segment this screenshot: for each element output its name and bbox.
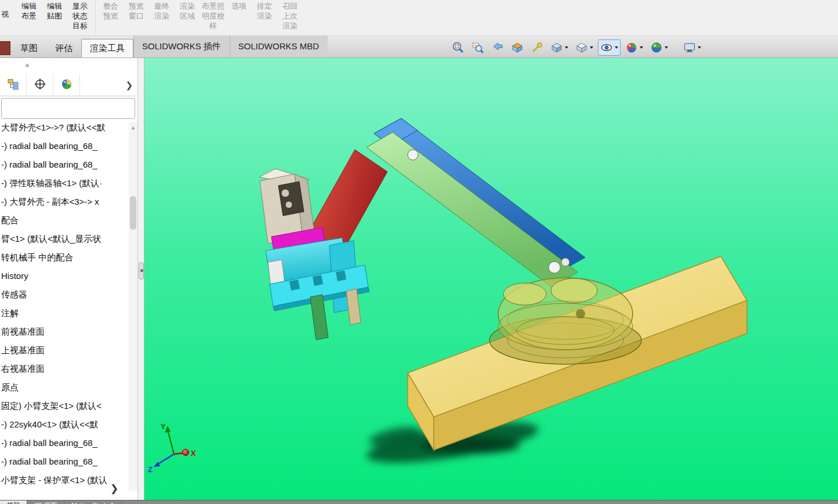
- feature-manager-tab[interactable]: [0, 74, 27, 96]
- property-manager-icon: [34, 78, 46, 93]
- tree-item[interactable]: 右视基准面: [0, 360, 128, 378]
- chevron-down-icon: [640, 46, 643, 49]
- chevron-down-icon: [698, 46, 701, 49]
- tab-solidworks-mbd[interactable]: SOLIDWORKS MBD: [230, 35, 328, 57]
- ribbon-render-tools: 视 编辑 布景 编辑 贴图 显示 状态 目标 整合 预览 预览 窗口 最终 渲染…: [0, 0, 838, 36]
- view-orientation-icon: [550, 41, 563, 54]
- tree-item[interactable]: History: [0, 267, 128, 285]
- hide-show-items-icon: [600, 41, 613, 54]
- solidworks-window: 视 编辑 布景 编辑 贴图 显示 状态 目标 整合 预览 预览 窗口 最终 渲染…: [0, 0, 838, 504]
- tree-item[interactable]: -) 弹性联轴器轴<1> (默认·: [0, 174, 128, 193]
- zoom-fit-button[interactable]: [449, 39, 467, 56]
- scrollbar-thumb[interactable]: [130, 196, 136, 230]
- model-canvas[interactable]: Y X Z: [144, 58, 838, 500]
- chevron-down-icon: [665, 46, 668, 49]
- panel-expand-chevron-icon[interactable]: ❯: [110, 483, 118, 495]
- panel-splitter[interactable]: [137, 58, 144, 500]
- tab-3d-views[interactable]: 3D 视图: [27, 501, 64, 504]
- triad-y-label: Y: [161, 422, 166, 431]
- final-render-button[interactable]: 最终 渲染: [149, 0, 175, 21]
- chevron-down-icon: [615, 46, 618, 49]
- display-style-icon: [575, 41, 588, 54]
- clipped-ribbon-fragment: 视: [0, 0, 16, 36]
- tree-item[interactable]: 前视基准面: [0, 322, 128, 341]
- tree-item[interactable]: -) 22syk40<1> (默认<<默: [0, 415, 128, 434]
- edit-decal-button[interactable]: 编辑 贴图: [42, 0, 67, 21]
- tab-solidworks-addins[interactable]: SOLIDWORKS 插件: [133, 35, 230, 57]
- edit-appearance-icon: [625, 41, 638, 54]
- tree-item[interactable]: 臂<1> (默认<默认_显示状: [0, 230, 128, 248]
- dynamic-annotation-button[interactable]: [528, 39, 546, 56]
- tab-model[interactable]: 模型: [0, 501, 27, 504]
- feature-manager-icon: [7, 78, 20, 93]
- command-manager-tabs: 草图 评估 渲染工具 SOLIDWORKS 插件 SOLIDWORKS MBD: [0, 36, 838, 58]
- tab-motion-study[interactable]: Motion Study 1: [64, 501, 121, 504]
- tab-evaluate[interactable]: 评估: [46, 39, 81, 57]
- panel-flyout-chevron-icon[interactable]: ❯: [125, 80, 133, 90]
- heads-up-view-toolbar: [449, 38, 703, 57]
- edit-appearance-button[interactable]: [623, 39, 645, 56]
- graphics-viewport[interactable]: Y X Z: [144, 58, 838, 500]
- triad-z-label: Z: [148, 465, 153, 474]
- tree-item[interactable]: -) radial ball bearing_68_: [0, 452, 128, 471]
- clipped-tab-icon: [0, 41, 10, 55]
- tree-item[interactable]: -) radial ball bearing_68_: [0, 137, 128, 155]
- reference-triad: Y X Z: [148, 422, 196, 474]
- view-settings-button[interactable]: [681, 39, 703, 56]
- panel-scrollbar[interactable]: ▲: [129, 122, 137, 491]
- section-view-icon: [511, 41, 524, 54]
- ribbon-separator: [95, 1, 96, 34]
- turntable-dome[interactable]: [498, 278, 633, 350]
- scroll-up-icon[interactable]: ▲: [129, 123, 137, 132]
- triad-x-label: X: [191, 449, 196, 458]
- tree-item[interactable]: 上视基准面: [0, 341, 128, 360]
- previous-view-button[interactable]: [489, 39, 506, 56]
- panel-tab-toolbar: ❯: [0, 74, 137, 96]
- zoom-area-button[interactable]: [469, 39, 487, 56]
- feature-tree: 大臂外壳<1>->? (默认<<默 -) radial ball bearing…: [0, 118, 128, 490]
- tree-item[interactable]: 配合: [0, 211, 128, 230]
- view-settings-icon: [683, 41, 696, 54]
- document-tabs-bar: 模型 3D 视图 Motion Study 1: [0, 500, 838, 504]
- tree-item[interactable]: 小臂支架 - 保护罩<1> (默认: [0, 471, 128, 490]
- schedule-render-button[interactable]: 排定 渲染: [252, 0, 277, 21]
- apply-scene-button[interactable]: [648, 39, 670, 56]
- tree-item[interactable]: 大臂外壳<1>->? (默认<<默: [0, 118, 128, 137]
- zoom-fit-icon: [452, 41, 465, 54]
- tree-item[interactable]: -) radial ball bearing_68_: [0, 155, 128, 174]
- tree-item[interactable]: 转机械手 中的配合: [0, 248, 128, 267]
- scene-illumination-proof-button[interactable]: 布景照 明度校 样: [200, 0, 226, 31]
- tree-item[interactable]: 固定) 小臂支架<1> (默认<: [0, 397, 128, 415]
- tab-sketch[interactable]: 草图: [12, 39, 46, 57]
- previous-view-icon: [491, 41, 504, 54]
- display-manager-tab[interactable]: [53, 74, 80, 96]
- section-view-button[interactable]: [509, 39, 526, 56]
- apply-scene-icon: [650, 41, 663, 54]
- tree-item[interactable]: 传感器: [0, 285, 128, 304]
- robot-arm[interactable]: [367, 118, 585, 287]
- display-style-button[interactable]: [573, 39, 596, 56]
- preview-window-button[interactable]: 预览 窗口: [124, 0, 149, 21]
- panel-breadcrumb-box[interactable]: [1, 98, 135, 119]
- tree-item[interactable]: -) 大臂外壳 - 副本<3>-> x: [0, 193, 128, 211]
- tree-item[interactable]: -) radial ball bearing_68_: [0, 434, 128, 452]
- chevron-down-icon: [565, 46, 568, 49]
- integrated-preview-button[interactable]: 整合 预览: [98, 0, 124, 21]
- tree-item[interactable]: 注解: [0, 304, 128, 322]
- chevron-down-icon: [590, 46, 593, 49]
- edit-scene-button[interactable]: 编辑 布景: [16, 0, 42, 21]
- zoom-area-icon: [471, 41, 484, 54]
- hide-show-items-button[interactable]: [598, 39, 621, 56]
- panel-collapse-dot[interactable]: [26, 64, 29, 67]
- property-manager-tab[interactable]: [27, 74, 53, 96]
- render-region-button[interactable]: 渲染 区域: [175, 0, 200, 21]
- display-manager-icon: [60, 78, 73, 93]
- main-area: ❯ 大臂外壳<1>->? (默认<<默 -) radial ball beari…: [0, 58, 838, 500]
- tab-render-tools[interactable]: 渲染工具: [81, 39, 133, 57]
- tree-item[interactable]: 原点: [0, 378, 128, 397]
- splitter-handle[interactable]: [139, 262, 144, 280]
- view-orientation-button[interactable]: [548, 39, 571, 56]
- display-state-target-button[interactable]: 显示 状态 目标: [67, 0, 93, 31]
- recall-last-render-button[interactable]: 召回 上次 渲染: [277, 0, 303, 31]
- options-button[interactable]: 选项: [226, 0, 252, 11]
